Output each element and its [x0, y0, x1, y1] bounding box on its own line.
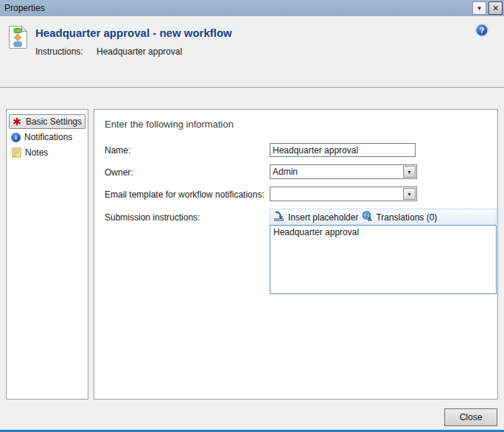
email-template-label: Email template for workflow notification… [105, 189, 265, 200]
window-menu-button[interactable]: ▼ [472, 1, 486, 15]
properties-dialog: Properties ▼ ✕ Headquarter approval - ne… [0, 0, 504, 432]
owner-dropdown-value: Admin [270, 167, 402, 177]
owner-label: Owner: [105, 167, 133, 178]
name-input[interactable] [270, 143, 416, 157]
close-button[interactable]: Close [444, 408, 497, 426]
sidebar-item-label: Notifications [24, 132, 72, 142]
dropdown-arrow-icon: ▼ [407, 192, 412, 197]
sidebar-item-notifications[interactable]: i Notifications [9, 130, 85, 144]
main-panel: Enter the following information Name: Ow… [94, 109, 498, 400]
titlebar-buttons: ▼ ✕ [472, 1, 503, 15]
window-title: Properties [4, 3, 45, 13]
insert-placeholder-icon [273, 210, 285, 224]
section-heading: Enter the following information [105, 119, 234, 130]
email-template-dropdown-button[interactable]: ▼ [403, 188, 416, 200]
name-label: Name: [105, 145, 130, 156]
submission-instructions-label: Submission instructions: [105, 212, 200, 223]
instructions-label: Instructions: [35, 46, 83, 57]
titlebar: Properties ▼ ✕ [0, 0, 504, 16]
submission-instructions-textarea[interactable]: Headquarter approval [270, 225, 497, 294]
page-title: Headquarter approval - new workflow [35, 27, 232, 39]
sidebar-item-label: Notes [25, 147, 48, 158]
sidebar-item-notes[interactable]: Notes [9, 145, 85, 160]
window-close-button[interactable]: ✕ [489, 1, 503, 15]
close-icon: ✕ [492, 4, 499, 13]
header-divider [0, 87, 504, 88]
help-button[interactable]: ? [476, 24, 488, 36]
instructions-value: Headquarter approval [97, 46, 182, 57]
insert-placeholder-label: Insert placeholder [288, 212, 358, 223]
svg-text:A: A [368, 216, 372, 222]
red-asterisk-icon: ✱ [12, 117, 22, 127]
sidebar: ✱ Basic Settings i Notifications Notes [6, 109, 88, 400]
notes-icon [11, 147, 21, 158]
owner-dropdown[interactable]: Admin ▼ [270, 164, 417, 179]
sidebar-item-basic-settings[interactable]: ✱ Basic Settings [9, 114, 85, 129]
workflow-document-icon [8, 25, 28, 52]
translations-globe-icon: A [361, 210, 373, 224]
owner-dropdown-button[interactable]: ▼ [403, 166, 416, 178]
chevron-down-icon: ▼ [477, 5, 483, 12]
translations-button[interactable]: A Translations (0) [361, 210, 437, 224]
question-mark-icon: ? [480, 27, 484, 35]
submission-editor-toolbar: Insert placeholder A Translations (0) [270, 209, 497, 225]
email-template-dropdown[interactable]: ▼ [270, 187, 417, 201]
info-icon: i [11, 133, 21, 142]
sidebar-item-label: Basic Settings [26, 116, 82, 127]
dropdown-arrow-icon: ▼ [407, 170, 412, 175]
insert-placeholder-button[interactable]: Insert placeholder [273, 210, 358, 224]
translations-label: Translations (0) [376, 212, 437, 223]
